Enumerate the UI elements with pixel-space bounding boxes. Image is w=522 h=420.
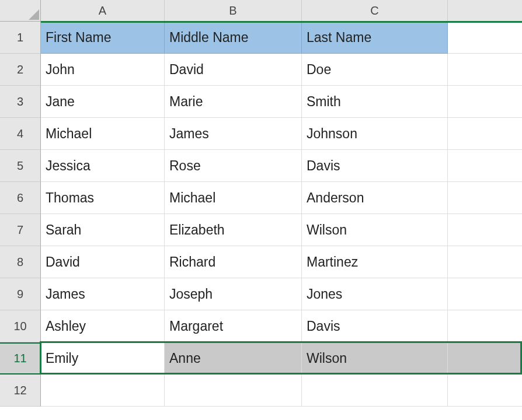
row-header-9[interactable]: 9 — [0, 278, 41, 310]
cell-d11[interactable] — [448, 342, 522, 374]
cell-c4[interactable]: Johnson — [302, 118, 448, 150]
select-all-triangle-icon — [29, 9, 39, 20]
cell-b10[interactable]: Margaret — [165, 310, 302, 342]
cell-b2[interactable]: David — [165, 54, 302, 86]
cell-b6[interactable]: Michael — [165, 182, 302, 214]
cell-d6[interactable] — [448, 182, 522, 214]
cell-c6[interactable]: Anderson — [302, 182, 448, 214]
cell-d2[interactable] — [448, 54, 522, 86]
cell-d4[interactable] — [448, 118, 522, 150]
cell-c5[interactable]: Davis — [302, 150, 448, 182]
cell-c11[interactable]: Wilson — [302, 342, 448, 374]
cell-a1[interactable]: First Name — [41, 22, 165, 54]
cell-a7[interactable]: Sarah — [41, 214, 165, 246]
cell-d10[interactable] — [448, 310, 522, 342]
cell-a2[interactable]: John — [41, 54, 165, 86]
cell-a8[interactable]: David — [41, 246, 165, 278]
select-all-corner[interactable] — [0, 0, 41, 22]
cell-c3[interactable]: Smith — [302, 86, 448, 118]
cell-c1[interactable]: Last Name — [302, 22, 448, 54]
column-header-blank[interactable] — [448, 0, 522, 22]
cell-a6[interactable]: Thomas — [41, 182, 165, 214]
cell-c9[interactable]: Jones — [302, 278, 448, 310]
row-header-2[interactable]: 2 — [0, 54, 41, 86]
cell-d12[interactable] — [448, 374, 522, 407]
cell-a11[interactable]: Emily — [41, 342, 165, 374]
cell-a5[interactable]: Jessica — [41, 150, 165, 182]
row-header-10[interactable]: 10 — [0, 310, 41, 342]
row-header-8[interactable]: 8 — [0, 246, 41, 278]
cell-c7[interactable]: Wilson — [302, 214, 448, 246]
svg-marker-0 — [29, 9, 39, 20]
cell-b11[interactable]: Anne — [165, 342, 302, 374]
spreadsheet-grid[interactable]: A B C 1 First Name Middle Name Last Name… — [0, 0, 522, 407]
cell-c10[interactable]: Davis — [302, 310, 448, 342]
row-header-7[interactable]: 7 — [0, 214, 41, 246]
cell-a9[interactable]: James — [41, 278, 165, 310]
cell-d7[interactable] — [448, 214, 522, 246]
cell-b12[interactable] — [165, 374, 302, 407]
cell-c8[interactable]: Martinez — [302, 246, 448, 278]
cell-b5[interactable]: Rose — [165, 150, 302, 182]
row-header-5[interactable]: 5 — [0, 150, 41, 182]
row-header-4[interactable]: 4 — [0, 118, 41, 150]
cell-b8[interactable]: Richard — [165, 246, 302, 278]
column-header-b[interactable]: B — [165, 0, 302, 22]
cell-b9[interactable]: Joseph — [165, 278, 302, 310]
cell-b1[interactable]: Middle Name — [165, 22, 302, 54]
cell-b7[interactable]: Elizabeth — [165, 214, 302, 246]
row-header-1[interactable]: 1 — [0, 22, 41, 54]
cell-b4[interactable]: James — [165, 118, 302, 150]
cell-d3[interactable] — [448, 86, 522, 118]
column-header-c[interactable]: C — [302, 0, 448, 22]
cell-c12[interactable] — [302, 374, 448, 407]
cell-d8[interactable] — [448, 246, 522, 278]
row-header-11[interactable]: 11 — [0, 342, 41, 374]
row-header-6[interactable]: 6 — [0, 182, 41, 214]
cell-b3[interactable]: Marie — [165, 86, 302, 118]
cell-c2[interactable]: Doe — [302, 54, 448, 86]
cell-a4[interactable]: Michael — [41, 118, 165, 150]
row-header-12[interactable]: 12 — [0, 374, 41, 407]
cell-a10[interactable]: Ashley — [41, 310, 165, 342]
cell-a3[interactable]: Jane — [41, 86, 165, 118]
cell-d9[interactable] — [448, 278, 522, 310]
cell-a12[interactable] — [41, 374, 165, 407]
row-header-3[interactable]: 3 — [0, 86, 41, 118]
column-header-a[interactable]: A — [41, 0, 165, 22]
cell-d1[interactable] — [448, 22, 522, 54]
cell-d5[interactable] — [448, 150, 522, 182]
